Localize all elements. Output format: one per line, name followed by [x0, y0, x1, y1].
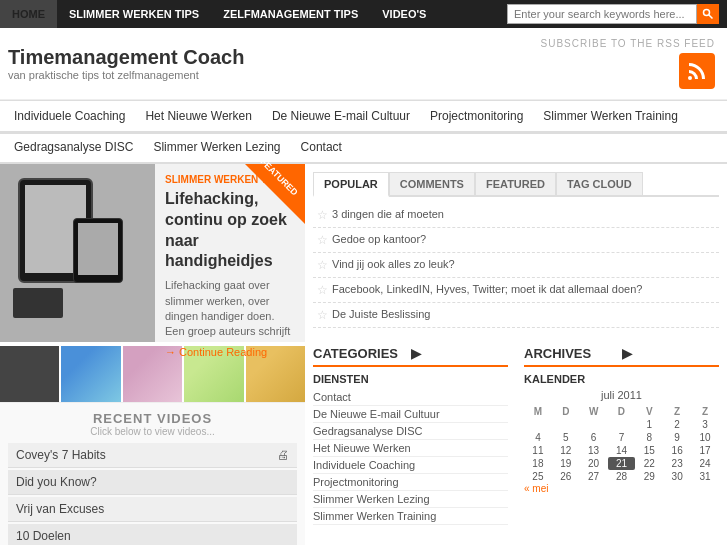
calendar-table: M D W D V Z Z 12345678910111213141516171… [524, 405, 719, 483]
cal-cell[interactable]: 21 [608, 457, 636, 470]
content-wrapper: FEATURED Slimmer Werken Tips Lifehacking… [0, 164, 727, 545]
video-item-0[interactable]: Covey's 7 Habits 🖨 [8, 443, 297, 468]
star-icon-3: ☆ [317, 283, 328, 297]
mainnav-gedrag[interactable]: Gedragsanalyse DISC [4, 136, 143, 158]
tab-tagcloud[interactable]: TAG CLOUD [556, 172, 643, 195]
tab-popular[interactable]: POPULAR [313, 172, 389, 197]
cal-cell[interactable]: 14 [608, 444, 636, 457]
thumb-0[interactable] [0, 346, 59, 402]
nav-zelf[interactable]: ZELFMANAGEMENT TIPS [211, 0, 370, 28]
popular-item-0[interactable]: ☆ 3 dingen die af moeten [313, 203, 719, 228]
video-title-0: Covey's 7 Habits [16, 448, 106, 462]
right-column: POPULAR COMMENTS FEATURED TAG CLOUD ☆ 3 … [305, 164, 727, 545]
video-title-2: Vrij van Excuses [16, 502, 104, 516]
video-list: Covey's 7 Habits 🖨 Did you Know? Vrij va… [8, 443, 297, 545]
popular-item-3[interactable]: ☆ Facebook, LinkedIN, Hyves, Twitter; mo… [313, 278, 719, 303]
cal-cell[interactable]: 17 [691, 444, 719, 457]
popular-item-1[interactable]: ☆ Gedoe op kantoor? [313, 228, 719, 253]
cal-cell[interactable]: 15 [635, 444, 663, 457]
cal-cell[interactable]: 9 [663, 431, 691, 444]
tab-comments[interactable]: COMMENTS [389, 172, 475, 195]
cat-item-5[interactable]: Projectmonitoring [313, 474, 508, 491]
cal-cell[interactable]: 25 [524, 470, 552, 483]
main-navigation: Individuele Coaching Het Nieuwe Werken D… [0, 100, 727, 164]
nav-slimmer[interactable]: SLIMMER WERKEN TIPS [57, 0, 211, 28]
cal-cell[interactable]: 1 [635, 418, 663, 431]
archives-arrow-icon: ▶ [622, 346, 720, 361]
video-item-1[interactable]: Did you Know? [8, 470, 297, 495]
popular-item-4[interactable]: ☆ De Juiste Beslissing [313, 303, 719, 328]
site-header: Timemanagement Coach van praktische tips… [0, 28, 727, 100]
mainnav-individuele[interactable]: Individuele Coaching [4, 105, 135, 127]
cal-header-5: Z [663, 405, 691, 418]
rss-symbol [685, 59, 709, 83]
popular-text-3: Facebook, LinkedIN, Hyves, Twitter; moet… [332, 283, 642, 295]
cal-cell[interactable]: 29 [635, 470, 663, 483]
mainnav-slimmer-training[interactable]: Slimmer Werken Training [533, 105, 687, 127]
cat-item-3[interactable]: Het Nieuwe Werken [313, 440, 508, 457]
mainnav-project[interactable]: Projectmonitoring [420, 105, 533, 127]
cal-cell[interactable]: 24 [691, 457, 719, 470]
video-item-3[interactable]: 10 Doelen [8, 524, 297, 545]
cal-header-6: Z [691, 405, 719, 418]
categories-header: CATEGORIES ▶ [313, 342, 508, 367]
cal-cell[interactable]: 23 [663, 457, 691, 470]
cal-cell[interactable]: 27 [580, 470, 608, 483]
categories-column: CATEGORIES ▶ DIENSTEN Contact De Nieuwe … [313, 342, 516, 525]
cal-cell[interactable]: 26 [552, 470, 580, 483]
popular-item-2[interactable]: ☆ Vind jij ook alles zo leuk? [313, 253, 719, 278]
cat-item-7[interactable]: Slimmer Werken Training [313, 508, 508, 525]
cal-cell[interactable]: 30 [663, 470, 691, 483]
categories-list: Contact De Nieuwe E-mail Cultuur Gedrags… [313, 389, 508, 525]
cal-cell[interactable]: 5 [552, 431, 580, 444]
cal-cell[interactable]: 22 [635, 457, 663, 470]
archives-header: ARCHIVES ▶ [524, 342, 719, 367]
mainnav-contact[interactable]: Contact [291, 136, 352, 158]
cal-cell[interactable]: 10 [691, 431, 719, 444]
cal-cell[interactable]: 16 [663, 444, 691, 457]
svg-point-0 [704, 10, 710, 16]
cal-cell[interactable]: 2 [663, 418, 691, 431]
cal-cell[interactable]: 7 [608, 431, 636, 444]
cat-item-4[interactable]: Individuele Coaching [313, 457, 508, 474]
cal-cell[interactable]: 3 [691, 418, 719, 431]
nav-home[interactable]: HOME [0, 0, 57, 28]
search-input[interactable] [507, 4, 697, 24]
cat-item-2[interactable]: Gedragsanalyse DISC [313, 423, 508, 440]
cal-cell[interactable]: 18 [524, 457, 552, 470]
cal-cell[interactable]: 12 [552, 444, 580, 457]
tab-featured[interactable]: FEATURED [475, 172, 556, 195]
cal-cell[interactable]: 8 [635, 431, 663, 444]
cal-cell[interactable]: 4 [524, 431, 552, 444]
cal-cell[interactable]: 11 [524, 444, 552, 457]
cal-cell[interactable]: 19 [552, 457, 580, 470]
mainnav-email[interactable]: De Nieuwe E-mail Cultuur [262, 105, 420, 127]
categories-arrow-icon: ▶ [411, 346, 509, 361]
cal-prev-month[interactable]: « mei [524, 483, 719, 494]
popular-list: ☆ 3 dingen die af moeten ☆ Gedoe op kant… [313, 197, 719, 334]
video-item-2[interactable]: Vrij van Excuses [8, 497, 297, 522]
cat-item-0[interactable]: Contact [313, 389, 508, 406]
cal-cell[interactable]: 28 [608, 470, 636, 483]
cal-cell[interactable]: 20 [580, 457, 608, 470]
search-button[interactable] [697, 4, 719, 24]
nav-videos[interactable]: VIDEO'S [370, 0, 438, 28]
cal-cell[interactable]: 13 [580, 444, 608, 457]
cal-cell[interactable]: 31 [691, 470, 719, 483]
rss-link[interactable] [679, 53, 715, 89]
archives-title: ARCHIVES [524, 346, 622, 361]
archives-column: ARCHIVES ▶ KALENDER juli 2011 M D W D [516, 342, 719, 525]
cal-cell [608, 418, 636, 431]
star-icon-4: ☆ [317, 308, 328, 322]
cat-item-1[interactable]: De Nieuwe E-mail Cultuur [313, 406, 508, 423]
mainnav-lezing[interactable]: Slimmer Werken Lezing [143, 136, 290, 158]
cat-item-6[interactable]: Slimmer Werken Lezing [313, 491, 508, 508]
mainnav-nieuwe-werken[interactable]: Het Nieuwe Werken [135, 105, 262, 127]
svg-point-2 [688, 76, 692, 80]
cal-month: juli 2011 [524, 389, 719, 401]
popular-text-0: 3 dingen die af moeten [332, 208, 444, 220]
cal-cell[interactable]: 6 [580, 431, 608, 444]
search-icon [702, 8, 714, 20]
thumb-1[interactable] [61, 346, 120, 402]
continue-reading-link[interactable]: Continue Reading [165, 346, 295, 358]
